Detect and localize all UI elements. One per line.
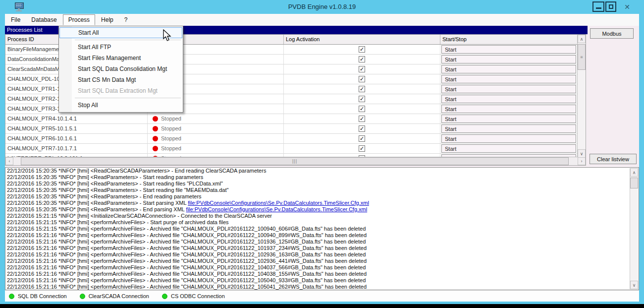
log-file-link[interactable]: file:PVdbConsole\Configurations\Se.Pv.Da…: [186, 206, 368, 212]
log-activation-cell: ✓: [284, 45, 440, 54]
column-header-start-stop[interactable]: Start/Stop: [440, 35, 578, 44]
log-activation-cell: ✓: [284, 134, 440, 143]
log-vertical-scrollbar[interactable]: ∧ ∨: [630, 168, 638, 289]
scroll-down-icon[interactable]: ∨: [578, 149, 586, 158]
status-label: Stopped: [161, 134, 181, 143]
log-activation-checkbox[interactable]: ✓: [359, 66, 365, 72]
start-stop-cell: Start: [440, 84, 578, 94]
log-output[interactable]: 22/12/2016 15:20:35 *INFO* [hmi] <ReadCl…: [5, 167, 639, 290]
log-activation-cell: ✓: [284, 104, 440, 114]
log-activation-checkbox[interactable]: ✓: [359, 76, 365, 82]
connection-status-label: ClearSCADA Connection: [89, 293, 149, 299]
log-line: 22/12/2016 15:21:16 *INFO* [hmi] <perfor…: [5, 271, 639, 277]
start-button[interactable]: Start: [441, 124, 576, 133]
start-stop-cell: Start: [440, 124, 578, 133]
menu-item-start-sql-data-extraction: Start SQL Data Extraction Mgt: [59, 85, 183, 96]
mouse-cursor: [162, 29, 172, 42]
scroll-down-icon[interactable]: ∨: [630, 281, 638, 289]
log-line: 22/12/2016 15:21:16 *INFO* [hmi] <perfor…: [5, 264, 639, 271]
process-id-cell[interactable]: CHALMOUX_PTR7-10.1.7.1: [5, 144, 148, 153]
table-horizontal-scrollbar[interactable]: ‹ |||: [5, 157, 578, 165]
log-activation-checkbox[interactable]: ✓: [359, 125, 365, 132]
log-line: 22/12/2016 15:21:16 *INFO* [hmi] <perfor…: [5, 277, 639, 284]
log-scroll-thumb[interactable]: [630, 178, 638, 188]
modbus-button[interactable]: Modbus: [590, 28, 634, 39]
start-button[interactable]: Start: [441, 144, 576, 153]
menu-item-start-sql-data-consolidation[interactable]: Start SQL Data Consolidation Mgt: [59, 63, 183, 74]
log-activation-checkbox[interactable]: ✓: [359, 106, 365, 112]
table-vertical-scrollbar[interactable]: ∧ ≡ ∨: [577, 35, 586, 158]
connection-status-item: SQL DB Connection: [9, 293, 67, 299]
log-file-link[interactable]: file:PVdbConsole\Configurations\Se.Pv.Da…: [188, 200, 369, 206]
log-activation-checkbox[interactable]: ✓: [359, 145, 365, 152]
start-button[interactable]: Start: [441, 55, 576, 63]
scroll-up-icon[interactable]: ∧: [578, 35, 586, 43]
log-activation-cell: ✓: [284, 64, 440, 74]
titlebar: PVDB Engine v1.0.8.19 ✕: [0, 0, 644, 14]
menu-question[interactable]: ?: [119, 15, 133, 25]
process-status-cell: Stopped: [148, 144, 284, 153]
log-line: 22/12/2016 15:21:16 *INFO* [hmi] <perfor…: [5, 258, 639, 264]
stopped-dot-icon: [153, 116, 158, 122]
horizontal-scroll-thumb[interactable]: |||: [21, 157, 569, 165]
menu-item-start-files-management[interactable]: Start Files Management: [59, 53, 183, 63]
scroll-right-icon[interactable]: ›: [578, 157, 586, 165]
log-activation-checkbox[interactable]: ✓: [359, 86, 365, 92]
scroll-up-icon[interactable]: ∧: [630, 168, 638, 177]
menu-item-start-cs-mn-data[interactable]: Start CS Mn Data Mgt: [59, 74, 183, 85]
minimize-button[interactable]: [592, 1, 604, 12]
client-area: File Database Process Help ? Processes L…: [5, 14, 639, 302]
log-activation-checkbox[interactable]: ✓: [359, 135, 365, 142]
start-stop-cell: Start: [440, 74, 578, 84]
start-button[interactable]: Start: [441, 134, 576, 143]
scroll-left-icon[interactable]: ‹: [5, 157, 13, 165]
start-button[interactable]: Start: [441, 65, 576, 73]
start-button[interactable]: Start: [441, 75, 576, 83]
start-button[interactable]: Start: [441, 85, 576, 93]
log-line: 22/12/2016 15:21:16 *INFO* [hmi] <perfor…: [5, 232, 639, 239]
log-activation-checkbox[interactable]: ✓: [359, 46, 365, 53]
stopped-dot-icon: [153, 126, 158, 131]
process-status-cell: Stopped: [148, 134, 284, 143]
checkmark-icon: ✓: [360, 57, 364, 62]
green-status-dot-icon: [162, 294, 167, 299]
column-header-log-activation[interactable]: Log Activation: [284, 35, 440, 44]
log-activation-checkbox[interactable]: ✓: [359, 96, 365, 102]
status-label: Stopped: [161, 114, 181, 123]
menu-process[interactable]: Process: [63, 14, 95, 25]
menu-help[interactable]: Help: [96, 15, 118, 25]
process-id-cell[interactable]: CHALMOUX_PTR4-10.1.4.1: [5, 114, 148, 123]
start-button[interactable]: Start: [441, 115, 576, 123]
window-frame: PVDB Engine v1.0.8.19 ✕ File Database Pr…: [0, 0, 644, 304]
stopped-dot-icon: [153, 136, 158, 141]
start-button[interactable]: Start: [441, 95, 576, 103]
log-line: 22/12/2016 15:21:16 *INFO* [hmi] <perfor…: [5, 245, 639, 251]
maximize-icon: [609, 4, 613, 9]
start-button[interactable]: Start: [441, 45, 576, 54]
clear-listview-button[interactable]: Clear listview: [590, 154, 637, 164]
process-id-cell[interactable]: CHALMOUX_PTR5-10.1.5.1: [5, 124, 148, 133]
close-button[interactable]: ✕: [617, 1, 637, 12]
log-activation-cell: ✓: [284, 84, 440, 94]
start-stop-cell: Start: [440, 94, 578, 104]
table-row: CHALMOUX_PTR4-10.1.4.1 Stopped ✓ Start: [5, 114, 586, 124]
start-stop-cell: Start: [440, 64, 578, 74]
desktop-strip: [0, 304, 644, 308]
log-line: 22/12/2016 15:21:15 *INFO* [hmi] <perfor…: [5, 219, 639, 226]
table-row: CHALMOUX_PTR5-10.1.5.1 Stopped ✓ Start: [5, 124, 586, 134]
maximize-button[interactable]: [605, 1, 616, 12]
menu-file[interactable]: File: [6, 15, 25, 25]
table-row: CHALMOUX_PTR7-10.1.7.1 Stopped ✓ Start: [5, 144, 586, 154]
menu-item-stop-all[interactable]: Stop All: [59, 100, 183, 111]
process-id-cell[interactable]: CHALMOUX_PTR6-10.1.6.1: [5, 134, 148, 143]
vertical-scroll-thumb[interactable]: ≡: [578, 44, 586, 70]
log-activation-checkbox[interactable]: ✓: [359, 56, 365, 62]
log-line: 22/12/2016 15:20:35 *INFO* [hmi] <ReadPa…: [5, 206, 639, 213]
statusbar: SQL DB Connection ClearSCADA Connection …: [5, 290, 639, 302]
menu-item-start-all-ftp[interactable]: Start All FTP: [59, 42, 183, 53]
log-activation-checkbox[interactable]: ✓: [359, 116, 365, 122]
menu-database[interactable]: Database: [26, 15, 61, 25]
start-stop-cell: Start: [440, 144, 578, 153]
start-button[interactable]: Start: [441, 105, 576, 113]
log-line: 22/12/2016 15:20:35 *INFO* [hmi] <ReadPa…: [5, 174, 639, 181]
